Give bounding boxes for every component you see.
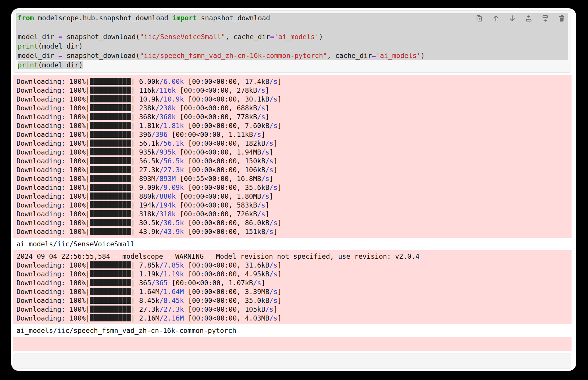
code-cell[interactable]: from modelscope.hub.snapshot_download im… <box>14 10 571 73</box>
progress-stats: [00:55<00:00, 16.8MB <box>176 175 261 182</box>
insert-cell-below-icon[interactable] <box>541 14 549 23</box>
insert-cell-above-icon[interactable] <box>524 14 533 23</box>
progress-rate-unit: /s <box>257 201 265 209</box>
stdout-line: ai_models/iic/speech_fsmn_vad_zh-cn-16k-… <box>16 326 568 335</box>
progress-bar <box>90 193 131 200</box>
progress-total: /43.9k <box>159 228 184 235</box>
progress-bar <box>90 314 131 321</box>
code-token: "iic/speech_fsmn_vad_zh-cn-16k-common-py… <box>140 52 327 59</box>
progress-total: /10.9k <box>159 95 184 103</box>
progress-rate-unit: /s <box>257 210 265 218</box>
progress-line: Downloading: 100%|| 1.81k/1.81k [00:00<0… <box>16 121 568 130</box>
code-token: "iic/SenseVoiceSmall" <box>140 33 225 41</box>
move-cell-down-icon[interactable] <box>508 14 517 23</box>
progress-stats: [00:00<00:00, 3.39MB <box>184 288 269 296</box>
progress-stats: [00:00<00:00, 35.0kB <box>184 297 269 304</box>
progress-label: Downloading: 100%| <box>16 288 90 296</box>
log-line: 2024-09-04 22:56:55,584 - modelscope - W… <box>16 252 568 261</box>
progress-bar <box>90 104 131 111</box>
progress-current: | 365 <box>131 279 151 287</box>
progress-total: /880k <box>155 193 176 200</box>
progress-bracket: ] <box>278 288 282 296</box>
progress-rate-unit: /s <box>269 270 278 278</box>
progress-label: Downloading: 100%| <box>16 314 90 322</box>
duplicate-cell-icon[interactable] <box>475 14 484 23</box>
progress-total: /56.1k <box>159 140 184 147</box>
progress-bracket: ] <box>269 148 273 156</box>
progress-label: Downloading: 100%| <box>16 297 90 304</box>
progress-current: | 880k <box>131 193 155 200</box>
progress-bracket: ] <box>273 140 278 147</box>
progress-total: /935k <box>155 148 176 156</box>
progress-current: | 935k <box>131 148 155 156</box>
stdout-line: ai_models/iic/SenseVoiceSmall <box>16 240 568 248</box>
output-text: ai_models/iic/speech_fsmn_vad_zh-cn-16k-… <box>16 327 236 334</box>
progress-current: | 8.45k <box>131 297 159 304</box>
progress-line: Downloading: 100%|| 6.00k/6.00k [00:00<0… <box>16 77 568 86</box>
progress-line: Downloading: 100%|| 194k/194k [00:00<00:… <box>16 201 568 210</box>
code-token: = <box>58 33 62 41</box>
progress-rate-unit: /s <box>257 113 265 121</box>
progress-bracket: ] <box>265 87 269 94</box>
progress-bar <box>90 288 131 295</box>
output-text: ai_models/iic/SenseVoiceSmall <box>16 240 135 248</box>
progress-bracket: ] <box>269 175 273 182</box>
cell-toolbar <box>475 14 566 23</box>
code-token: 'ai_models' <box>376 52 421 59</box>
progress-label: Downloading: 100%| <box>16 228 90 235</box>
progress-stats: [00:00<00:00, 1.07kB <box>168 279 253 287</box>
cell-outputs: Downloading: 100%|| 6.00k/6.00k [00:00<0… <box>13 75 572 369</box>
progress-line: Downloading: 100%|| 10.9k/10.9k [00:00<0… <box>16 95 568 104</box>
progress-current: | 368k <box>131 113 155 121</box>
code-token: (model_dir) <box>38 42 83 50</box>
progress-total: /30.5k <box>159 219 184 227</box>
progress-stats: [00:00<00:00, 105kB <box>184 306 265 313</box>
progress-line: Downloading: 100%|| 30.5k/30.5k [00:00<0… <box>16 218 568 227</box>
progress-stats: [00:00<00:00, 106kB <box>184 166 265 174</box>
empty-code-cell[interactable] <box>14 354 571 369</box>
progress-rate-unit: /s <box>269 122 278 130</box>
progress-bracket: ] <box>278 261 282 269</box>
progress-label: Downloading: 100%| <box>16 140 90 147</box>
progress-rate-unit: /s <box>253 131 261 138</box>
progress-bar <box>90 166 131 173</box>
code-line <box>16 23 568 32</box>
progress-label: Downloading: 100%| <box>16 306 90 313</box>
code-token: (model_dir) <box>38 61 83 69</box>
progress-bracket: ] <box>273 306 278 313</box>
delete-cell-icon[interactable] <box>557 14 566 23</box>
code-token: , cache_dir <box>327 52 372 59</box>
progress-current: | 396 <box>131 131 151 138</box>
progress-total: /368k <box>155 113 176 121</box>
progress-label: Downloading: 100%| <box>16 148 90 156</box>
move-cell-up-icon[interactable] <box>492 14 500 23</box>
code-token: from <box>18 14 34 22</box>
progress-bracket: ] <box>278 270 282 278</box>
progress-bracket: ] <box>265 113 269 121</box>
progress-rate-unit: /s <box>265 140 273 147</box>
progress-bar <box>90 279 131 286</box>
progress-label: Downloading: 100%| <box>16 113 90 121</box>
progress-current: | 318k <box>131 210 155 218</box>
progress-label: Downloading: 100%| <box>16 166 90 174</box>
progress-current: | 56.5k <box>131 157 159 165</box>
code-token: print <box>18 42 38 50</box>
notebook-card: from modelscope.hub.snapshot_download im… <box>11 8 576 371</box>
progress-bracket: ] <box>278 219 282 227</box>
progress-line: Downloading: 100%|| 27.3k/27.3k [00:00<0… <box>16 305 568 314</box>
progress-rate-unit: /s <box>265 157 273 165</box>
code-token: snapshot_download( <box>62 33 140 41</box>
progress-total: /7.85k <box>159 261 184 269</box>
progress-stats: [00:00<00:00, 4.95kB <box>184 270 269 278</box>
progress-line: Downloading: 100%|| 43.9k/43.9k [00:00<0… <box>16 227 568 236</box>
output-text: 2024-09-04 22:56:55,584 - modelscope - W… <box>16 253 420 260</box>
progress-stats: [00:00<00:00, 583kB <box>176 201 257 209</box>
progress-current: | 6.00k <box>131 78 159 85</box>
progress-stats: [00:00<00:00, 1.11kB <box>168 131 253 138</box>
code-token: , cache_dir <box>225 33 270 41</box>
progress-stats: [00:00<00:00, 688kB <box>176 104 257 112</box>
progress-bracket: ] <box>278 184 282 191</box>
progress-bracket: ] <box>265 210 269 218</box>
progress-rate-unit: /s <box>261 175 269 182</box>
progress-line: Downloading: 100%|| 9.09k/9.09k [00:00<0… <box>16 183 568 192</box>
